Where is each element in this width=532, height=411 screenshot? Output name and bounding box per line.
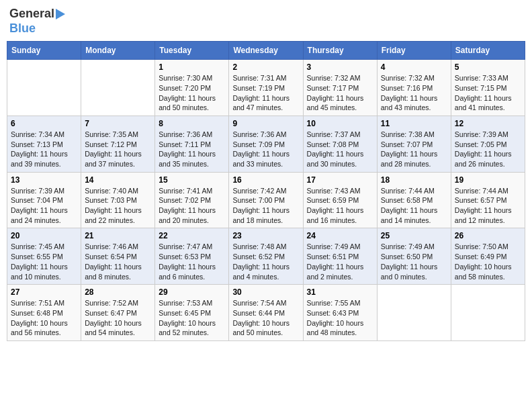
calendar-header-row: SundayMondayTuesdayWednesdayThursdayFrid… [7,42,525,60]
day-info: Sunrise: 7:35 AM Sunset: 7:12 PM Dayligh… [85,130,151,169]
logo-text-blue: Blue [9,21,36,36]
calendar-cell: 14Sunrise: 7:40 AM Sunset: 7:03 PM Dayli… [81,172,155,228]
day-number: 6 [11,119,77,128]
day-number: 9 [232,119,299,128]
day-info: Sunrise: 7:32 AM Sunset: 7:17 PM Dayligh… [307,73,373,113]
calendar-cell: 18Sunrise: 7:44 AM Sunset: 6:58 PM Dayli… [377,172,451,228]
day-info: Sunrise: 7:42 AM Sunset: 7:00 PM Dayligh… [232,186,299,226]
day-number: 2 [232,62,299,72]
calendar-cell [81,60,155,116]
calendar-cell: 2Sunrise: 7:31 AM Sunset: 7:19 PM Daylig… [229,60,303,116]
calendar-cell: 9Sunrise: 7:36 AM Sunset: 7:09 PM Daylig… [229,116,303,172]
logo-arrow-icon [56,9,65,19]
calendar-cell: 15Sunrise: 7:41 AM Sunset: 7:02 PM Dayli… [155,172,229,228]
calendar-week-5: 27Sunrise: 7:51 AM Sunset: 6:48 PM Dayli… [7,285,525,341]
calendar-cell: 24Sunrise: 7:49 AM Sunset: 6:51 PM Dayli… [303,228,377,285]
day-info: Sunrise: 7:33 AM Sunset: 7:15 PM Dayligh… [455,73,521,113]
calendar-cell: 25Sunrise: 7:49 AM Sunset: 6:50 PM Dayli… [377,228,451,285]
day-number: 1 [159,62,225,72]
day-number: 19 [455,175,521,185]
day-number: 30 [232,287,299,297]
day-number: 27 [11,287,77,297]
header-wednesday: Wednesday [229,42,303,60]
day-info: Sunrise: 7:47 AM Sunset: 6:53 PM Dayligh… [159,242,225,281]
day-number: 25 [381,231,447,240]
calendar-cell: 20Sunrise: 7:45 AM Sunset: 6:55 PM Dayli… [7,228,81,285]
day-info: Sunrise: 7:31 AM Sunset: 7:19 PM Dayligh… [232,73,299,113]
day-number: 8 [159,119,225,128]
header-thursday: Thursday [303,42,377,60]
day-number: 10 [307,119,373,128]
calendar-cell: 13Sunrise: 7:39 AM Sunset: 7:04 PM Dayli… [7,172,81,228]
calendar-cell: 17Sunrise: 7:43 AM Sunset: 6:59 PM Dayli… [303,172,377,228]
calendar-cell: 27Sunrise: 7:51 AM Sunset: 6:48 PM Dayli… [7,285,81,341]
day-number: 3 [307,62,373,72]
day-info: Sunrise: 7:54 AM Sunset: 6:44 PM Dayligh… [232,298,299,338]
header-friday: Friday [377,42,451,60]
day-number: 16 [232,175,299,185]
day-number: 26 [455,231,521,240]
day-info: Sunrise: 7:45 AM Sunset: 6:55 PM Dayligh… [11,242,77,281]
day-number: 13 [11,175,77,185]
logo-text-general: General [9,7,54,21]
day-info: Sunrise: 7:50 AM Sunset: 6:49 PM Dayligh… [455,242,521,281]
calendar-week-4: 20Sunrise: 7:45 AM Sunset: 6:55 PM Dayli… [7,228,525,285]
day-info: Sunrise: 7:49 AM Sunset: 6:51 PM Dayligh… [307,242,373,281]
calendar-cell: 16Sunrise: 7:42 AM Sunset: 7:00 PM Dayli… [229,172,303,228]
calendar-week-1: 1Sunrise: 7:30 AM Sunset: 7:20 PM Daylig… [7,60,525,116]
day-info: Sunrise: 7:43 AM Sunset: 6:59 PM Dayligh… [307,186,373,226]
calendar-table: SundayMondayTuesdayWednesdayThursdayFrid… [7,41,525,341]
day-info: Sunrise: 7:52 AM Sunset: 6:47 PM Dayligh… [85,298,151,338]
day-info: Sunrise: 7:39 AM Sunset: 7:04 PM Dayligh… [11,186,77,226]
day-info: Sunrise: 7:41 AM Sunset: 7:02 PM Dayligh… [159,186,225,226]
day-number: 22 [159,231,225,240]
calendar-cell: 8Sunrise: 7:36 AM Sunset: 7:11 PM Daylig… [155,116,229,172]
day-info: Sunrise: 7:46 AM Sunset: 6:54 PM Dayligh… [85,242,151,281]
calendar-cell: 1Sunrise: 7:30 AM Sunset: 7:20 PM Daylig… [155,60,229,116]
calendar-cell: 21Sunrise: 7:46 AM Sunset: 6:54 PM Dayli… [81,228,155,285]
calendar-week-2: 6Sunrise: 7:34 AM Sunset: 7:13 PM Daylig… [7,116,525,172]
calendar-cell [377,285,451,341]
calendar-cell: 26Sunrise: 7:50 AM Sunset: 6:49 PM Dayli… [451,228,525,285]
day-number: 17 [307,175,373,185]
day-info: Sunrise: 7:44 AM Sunset: 6:58 PM Dayligh… [381,186,447,226]
day-number: 21 [85,231,151,240]
calendar-cell: 29Sunrise: 7:53 AM Sunset: 6:45 PM Dayli… [155,285,229,341]
day-number: 12 [455,119,521,128]
calendar-cell: 23Sunrise: 7:48 AM Sunset: 6:52 PM Dayli… [229,228,303,285]
calendar-cell: 22Sunrise: 7:47 AM Sunset: 6:53 PM Dayli… [155,228,229,285]
calendar-cell: 19Sunrise: 7:44 AM Sunset: 6:57 PM Dayli… [451,172,525,228]
day-number: 7 [85,119,151,128]
day-info: Sunrise: 7:48 AM Sunset: 6:52 PM Dayligh… [232,242,299,281]
day-number: 31 [307,287,373,297]
calendar-cell: 7Sunrise: 7:35 AM Sunset: 7:12 PM Daylig… [81,116,155,172]
calendar-week-3: 13Sunrise: 7:39 AM Sunset: 7:04 PM Dayli… [7,172,525,228]
calendar-cell: 6Sunrise: 7:34 AM Sunset: 7:13 PM Daylig… [7,116,81,172]
header-sunday: Sunday [7,42,81,60]
day-number: 20 [11,231,77,240]
calendar-cell: 31Sunrise: 7:55 AM Sunset: 6:43 PM Dayli… [303,285,377,341]
day-info: Sunrise: 7:36 AM Sunset: 7:11 PM Dayligh… [159,130,225,169]
day-number: 5 [455,62,521,72]
calendar-cell: 3Sunrise: 7:32 AM Sunset: 7:17 PM Daylig… [303,60,377,116]
page-header: General Blue [7,7,525,36]
calendar-cell: 5Sunrise: 7:33 AM Sunset: 7:15 PM Daylig… [451,60,525,116]
calendar-cell [451,285,525,341]
calendar-cell [7,60,81,116]
day-info: Sunrise: 7:34 AM Sunset: 7:13 PM Dayligh… [11,130,77,169]
header-monday: Monday [81,42,155,60]
day-number: 23 [232,231,299,240]
calendar-cell: 12Sunrise: 7:39 AM Sunset: 7:05 PM Dayli… [451,116,525,172]
day-number: 28 [85,287,151,297]
day-number: 15 [159,175,225,185]
day-info: Sunrise: 7:51 AM Sunset: 6:48 PM Dayligh… [11,298,77,338]
calendar-cell: 28Sunrise: 7:52 AM Sunset: 6:47 PM Dayli… [81,285,155,341]
day-number: 24 [307,231,373,240]
day-info: Sunrise: 7:38 AM Sunset: 7:07 PM Dayligh… [381,130,447,169]
calendar-cell: 30Sunrise: 7:54 AM Sunset: 6:44 PM Dayli… [229,285,303,341]
day-info: Sunrise: 7:37 AM Sunset: 7:08 PM Dayligh… [307,130,373,169]
calendar-cell: 11Sunrise: 7:38 AM Sunset: 7:07 PM Dayli… [377,116,451,172]
day-info: Sunrise: 7:30 AM Sunset: 7:20 PM Dayligh… [159,73,225,113]
day-info: Sunrise: 7:55 AM Sunset: 6:43 PM Dayligh… [307,298,373,338]
day-info: Sunrise: 7:39 AM Sunset: 7:05 PM Dayligh… [455,130,521,169]
